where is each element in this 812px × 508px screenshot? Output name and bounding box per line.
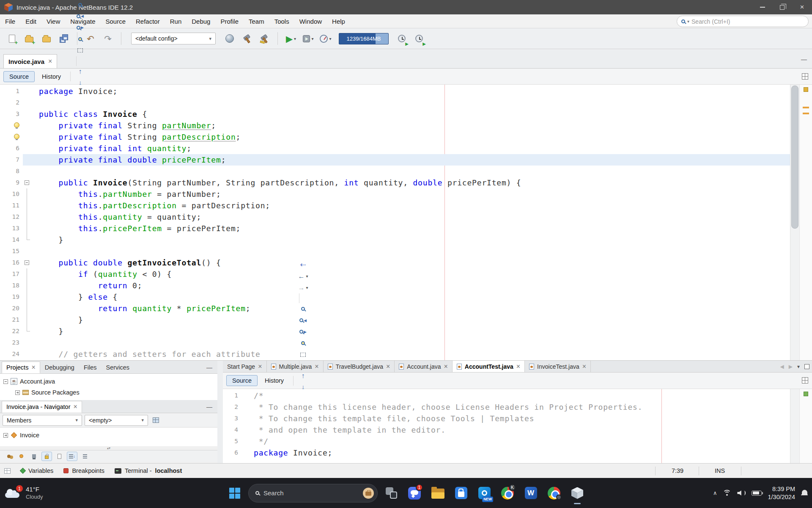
code-line[interactable]: 22 } <box>0 326 790 337</box>
quick-search[interactable]: ▾ <box>677 16 809 27</box>
line-number[interactable]: 6 <box>0 143 23 154</box>
new-project-button[interactable]: + <box>22 30 37 47</box>
code-line[interactable]: 17 if (quantity < 0) { <box>0 268 790 280</box>
menu-item-tools[interactable]: Tools <box>269 14 294 28</box>
sort-by-source-button[interactable] <box>80 452 90 461</box>
previous-bookmark-button[interactable]: ↑ <box>74 66 86 77</box>
line-number[interactable]: 1 <box>0 86 23 97</box>
tree-node-source-packages[interactable]: Source Packages <box>0 387 217 398</box>
code-line[interactable]: private final String partNumber; <box>0 120 790 131</box>
line-number[interactable]: 14 <box>0 234 23 246</box>
close-tab-icon[interactable]: × <box>582 363 586 370</box>
line-number[interactable]: 17 <box>0 268 23 280</box>
chevron-down-icon[interactable]: ▾ <box>306 274 308 279</box>
close-tab-icon[interactable]: × <box>516 363 520 370</box>
code-line[interactable]: 3 * To change this template file, choose… <box>223 413 790 424</box>
navigator-mode-button[interactable] <box>151 416 161 425</box>
toggle-highlight-search-button[interactable] <box>74 33 86 45</box>
code-line[interactable]: 11 this.partDescription = partDescriptio… <box>0 200 790 211</box>
collapse-node-icon[interactable] <box>3 379 8 384</box>
jump-forward-button[interactable]: →▾ <box>297 282 309 293</box>
notification-center-button[interactable] <box>801 490 808 497</box>
tab-invoice-java[interactable]: Invoice.java × <box>3 54 57 68</box>
code-line[interactable]: 1package Invoice; <box>0 86 790 97</box>
chevron-down-icon[interactable]: ▾ <box>306 285 308 290</box>
tab-list-dropdown-icon[interactable]: ▾ <box>797 364 800 370</box>
menu-item-run[interactable]: Run <box>165 14 187 28</box>
netbeans-taskbar-button[interactable] <box>568 481 587 505</box>
chrome-button[interactable]: K <box>498 481 517 505</box>
close-tab-icon[interactable]: × <box>74 403 77 410</box>
menu-item-profile[interactable]: Profile <box>215 14 244 28</box>
minimize-window-button[interactable] <box>752 0 772 14</box>
line-number[interactable]: 15 <box>0 246 23 257</box>
source-view-button[interactable]: Source <box>226 375 258 386</box>
line-number[interactable]: 24 <box>0 348 23 360</box>
tab-account-java[interactable]: Account.java× <box>395 361 453 372</box>
collapse-fold-icon[interactable] <box>25 180 29 185</box>
secondary-code-editor[interactable]: 1/*2 * To change this license header, ch… <box>223 389 812 463</box>
find-previous-occurrence-button[interactable]: ◀ <box>297 315 309 326</box>
open-project-button[interactable] <box>39 30 54 47</box>
close-tab-icon[interactable]: × <box>315 363 318 370</box>
tab-invoicetest-java[interactable]: InvoiceTest.java× <box>525 361 591 372</box>
restore-window-button[interactable] <box>772 0 792 14</box>
minimize-panel-icon[interactable]: — <box>206 403 212 410</box>
tree-node-invoice[interactable]: Invoice <box>0 430 217 441</box>
wifi-icon[interactable] <box>723 490 731 497</box>
web-browser-button[interactable] <box>222 30 237 47</box>
split-window-icon[interactable] <box>802 377 808 384</box>
run-project-button[interactable]: ▶▾ <box>283 30 299 47</box>
code-line[interactable]: 2 * To change this license header, choos… <box>223 401 790 413</box>
code-line[interactable]: 16 public double getInvoiceTotal() { <box>0 257 790 268</box>
line-number[interactable]: 20 <box>0 303 23 314</box>
quick-search-input[interactable] <box>691 18 804 25</box>
menu-item-debug[interactable]: Debug <box>187 14 215 28</box>
search-scope-dropdown-icon[interactable]: ▾ <box>687 19 689 24</box>
warning-suggestion-icon[interactable] <box>14 134 19 139</box>
code-line[interactable]: 15 <box>0 246 790 257</box>
line-number[interactable]: 9 <box>0 177 23 188</box>
split-window-icon[interactable] <box>802 73 808 80</box>
menu-item-refactor[interactable]: Refactor <box>131 14 165 28</box>
scrollbar-thumb[interactable] <box>791 86 798 229</box>
scroll-tabs-left-icon[interactable]: ◀ <box>780 364 784 370</box>
minimize-panel-icon[interactable]: — <box>206 364 212 371</box>
new-file-button[interactable]: + <box>4 30 19 47</box>
code-line[interactable]: 5 */ <box>223 436 790 447</box>
code-line[interactable]: 10 this.partNumber = partNumber; <box>0 188 790 200</box>
code-line[interactable]: 1/* <box>223 390 790 401</box>
line-number[interactable]: 21 <box>0 314 23 326</box>
close-tab-icon[interactable]: × <box>258 363 262 370</box>
line-number[interactable]: 22 <box>0 326 23 337</box>
code-line[interactable]: 3public class Invoice { <box>0 108 790 120</box>
source-view-button[interactable]: Source <box>3 71 35 82</box>
code-editor[interactable]: 1package Invoice;23public class Invoice … <box>0 85 812 360</box>
minimize-editor-group-icon[interactable]: — <box>801 56 807 63</box>
ide-status-button[interactable] <box>4 468 11 474</box>
build-project-button[interactable] <box>239 30 255 47</box>
code-line[interactable]: 23 <box>0 337 790 348</box>
terminal-status-item[interactable]: Terminal - localhost <box>115 467 182 474</box>
code-line[interactable]: 4 * and open the template in the editor. <box>223 424 790 436</box>
jump-back-button[interactable]: ←▾ <box>297 271 309 282</box>
expand-node-icon[interactable] <box>3 433 8 438</box>
line-number[interactable]: 1 <box>223 390 244 401</box>
line-number[interactable]: 2 <box>0 97 23 108</box>
tree-node-account-java[interactable]: ☕Account.java <box>0 376 217 387</box>
line-number[interactable]: 12 <box>0 211 23 223</box>
close-tab-icon[interactable]: × <box>386 363 390 370</box>
vertical-scrollbar[interactable] <box>790 85 799 360</box>
close-tab-icon[interactable]: × <box>31 364 35 371</box>
code-line[interactable]: 14 } <box>0 234 790 246</box>
menu-item-window[interactable]: Window <box>294 14 327 28</box>
menu-item-team[interactable]: Team <box>244 14 269 28</box>
redo-button[interactable]: ↷ <box>100 30 115 47</box>
code-line[interactable]: 7 private final double pricePerItem; <box>0 154 790 166</box>
navigator-splitter[interactable]: ▴▾ <box>0 446 217 450</box>
menu-item-edit[interactable]: Edit <box>20 14 41 28</box>
tab-projects[interactable]: Projects× <box>2 362 40 373</box>
menu-item-source[interactable]: Source <box>100 14 131 28</box>
search-highlight-icon[interactable] <box>363 488 374 499</box>
line-number[interactable]: 3 <box>223 413 244 424</box>
